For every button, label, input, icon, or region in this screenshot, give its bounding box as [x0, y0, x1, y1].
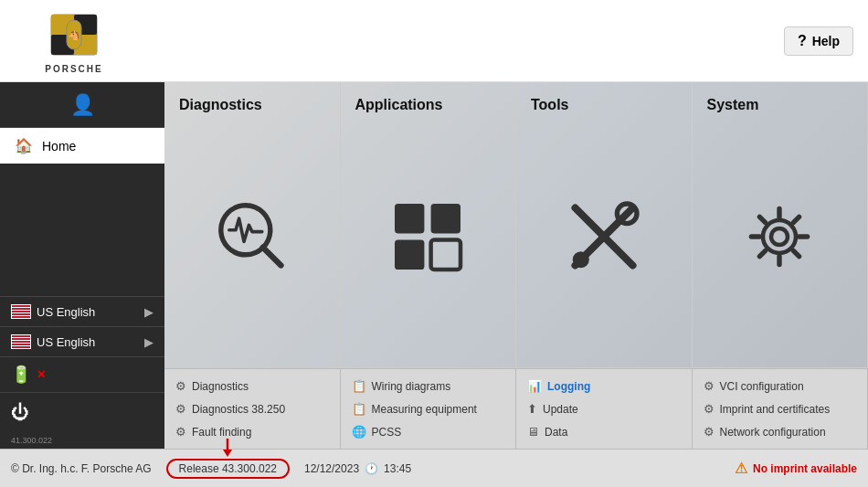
submenu-wiring-item[interactable]: 📋 Wiring diagrams	[341, 375, 516, 397]
battery-icon: 🔋	[11, 365, 31, 385]
submenu-diagnostics-icon: ⚙	[175, 379, 186, 393]
submenu-measuring-item[interactable]: 📋 Measuring equipment	[341, 397, 516, 420]
svg-line-25	[760, 250, 766, 256]
submenu-update-label: Update	[543, 403, 578, 416]
release-badge: Release 43.300.022	[166, 459, 290, 479]
warning-icon: ⚠	[735, 460, 747, 477]
svg-line-8	[262, 248, 281, 266]
submenu-vci-item[interactable]: ⚙ VCI configuration	[693, 375, 868, 397]
sidebar-lang1-label: US English	[37, 305, 95, 319]
svg-point-16	[573, 251, 589, 268]
submenu-update-item[interactable]: ⬆ Update	[516, 397, 692, 420]
submenu-faultfinding-label: Fault finding	[192, 426, 251, 439]
svg-rect-10	[431, 204, 460, 233]
submenu-applications: 📋 Wiring diagrams 📋 Measuring equipment …	[341, 369, 517, 449]
submenu-diagnostics38-label: Diagnostics 38.250	[192, 403, 285, 416]
release-arrow-icon	[214, 439, 241, 457]
submenu-network-icon: ⚙	[704, 425, 715, 439]
submenu-logging-item[interactable]: 📊 Logging	[516, 375, 692, 397]
top-bar: 🐴 PORSCHE ? Help	[0, 0, 868, 82]
applications-title: Applications	[355, 97, 443, 113]
user-icon: 👤	[70, 93, 95, 117]
date-time: 12/12/2023 🕐 13:45	[304, 462, 411, 475]
submenu-pcss-item[interactable]: 🌐 PCSS	[341, 420, 516, 443]
lang1-flag-icon	[11, 304, 31, 319]
porsche-logo: 🐴 PORSCHE	[15, 7, 133, 74]
submenu-diagnostics-label: Diagnostics	[192, 380, 249, 393]
submenu-diagnostics38-item[interactable]: ⚙ Diagnostics 38.250	[164, 397, 340, 420]
submenu-data-icon: 🖥	[527, 425, 539, 439]
sidebar-item-home-label: Home	[42, 139, 76, 154]
sidebar-battery: 🔋 ✕	[0, 356, 164, 392]
battery-error-icon: ✕	[37, 368, 46, 381]
svg-rect-12	[431, 240, 460, 270]
help-button[interactable]: ? Help	[784, 26, 853, 56]
power-icon[interactable]: ⏻	[11, 402, 29, 423]
submenu-diagnostics38-icon: ⚙	[175, 402, 186, 416]
submenu-pcss-label: PCSS	[372, 426, 402, 439]
sidebar-version: 41.300.022	[0, 432, 164, 449]
menu-cell-applications[interactable]: Applications	[341, 82, 517, 368]
submenu-data-label: Data	[545, 426, 567, 439]
lang2-flag-icon	[11, 334, 31, 349]
sidebar-lang2-label: US English	[37, 335, 95, 349]
menu-cell-tools[interactable]: Tools	[516, 82, 693, 368]
help-icon: ?	[798, 33, 807, 49]
submenu-vci-icon: ⚙	[704, 379, 715, 393]
tools-icon	[563, 196, 645, 278]
diagnostics-icon-area	[211, 121, 293, 353]
submenu-diagnostics-item[interactable]: ⚙ Diagnostics	[164, 375, 340, 397]
submenu-logging-label: Logging	[547, 380, 590, 393]
svg-marker-27	[223, 450, 232, 457]
submenu-faultfinding-item[interactable]: ⚙ Fault finding	[164, 420, 340, 443]
system-icon	[738, 196, 820, 278]
sidebar-item-home[interactable]: 🏠 Home	[0, 128, 164, 164]
chevron-right-icon: ▶	[144, 305, 153, 319]
main-content: Diagnostics Applications	[164, 82, 868, 449]
submenu-imprint-item[interactable]: ⚙ Imprint and certificates	[693, 397, 868, 420]
submenu-pcss-icon: 🌐	[352, 425, 366, 439]
release-label: Release 43.300.022	[179, 462, 277, 475]
submenu-wiring-icon: 📋	[352, 379, 366, 393]
menu-cell-diagnostics[interactable]: Diagnostics	[164, 82, 341, 368]
sidebar-lang2[interactable]: US English ▶	[0, 326, 164, 356]
applications-icon	[386, 196, 469, 278]
system-icon-area	[738, 121, 820, 353]
clock-icon: 🕐	[365, 462, 378, 475]
submenu-measuring-label: Measuring equipment	[372, 403, 477, 416]
submenu-network-item[interactable]: ⚙ Network configuration	[693, 420, 868, 443]
svg-line-23	[794, 250, 799, 256]
applications-icon-area	[386, 121, 469, 353]
submenu-imprint-icon: ⚙	[704, 402, 715, 416]
tools-icon-area	[563, 121, 645, 353]
svg-line-24	[794, 217, 799, 222]
system-title: System	[707, 97, 759, 113]
submenu-tools: 📊 Logging ⬆ Update 🖥 Data	[516, 369, 693, 449]
help-label: Help	[812, 34, 840, 48]
submenu-imprint-label: Imprint and certificates	[720, 403, 831, 416]
svg-text:🐴: 🐴	[69, 29, 80, 41]
no-imprint-warning: ⚠ No imprint available	[735, 460, 857, 477]
svg-point-17	[771, 228, 788, 245]
no-imprint-text: No imprint available	[753, 462, 857, 475]
submenu-system: ⚙ VCI configuration ⚙ Imprint and certif…	[693, 369, 869, 449]
status-bar: © Dr. Ing. h.c. F. Porsche AG Release 43…	[0, 449, 868, 487]
menu-cell-system[interactable]: System	[693, 82, 869, 368]
submenu-row: ⚙ Diagnostics ⚙ Diagnostics 38.250 ⚙ Fau…	[164, 368, 868, 449]
submenu-logging-icon: 📊	[527, 379, 542, 393]
sidebar-lang1[interactable]: US English ▶	[0, 296, 164, 326]
sidebar-power[interactable]: ⏻	[0, 392, 164, 432]
menu-grid: Diagnostics Applications	[164, 82, 868, 368]
diagnostics-icon	[211, 196, 293, 278]
porsche-crest-icon: 🐴	[47, 7, 101, 62]
submenu-network-label: Network configuration	[720, 426, 826, 439]
time-text: 13:45	[384, 462, 411, 475]
copyright-text: © Dr. Ing. h.c. F. Porsche AG	[11, 462, 152, 475]
version-text: 41.300.022	[11, 436, 52, 445]
submenu-diagnostics: ⚙ Diagnostics ⚙ Diagnostics 38.250 ⚙ Fau…	[164, 369, 341, 449]
chevron-right-icon2: ▶	[144, 335, 153, 349]
sidebar: 👤 🏠 Home US English ▶ US English ▶ 🔋 ✕ ⏻…	[0, 82, 164, 449]
sidebar-user-section: 👤	[0, 82, 164, 128]
submenu-wiring-label: Wiring diagrams	[372, 380, 451, 393]
submenu-data-item[interactable]: 🖥 Data	[516, 420, 692, 443]
